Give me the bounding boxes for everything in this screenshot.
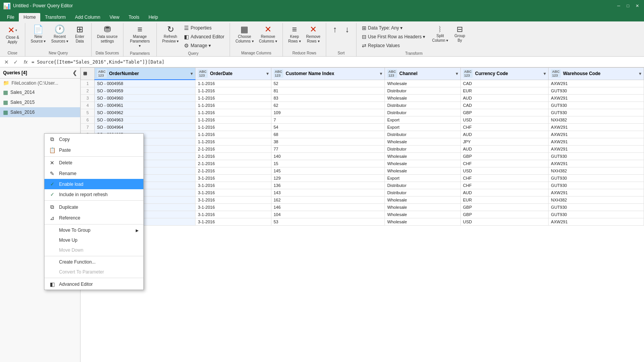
ctx-delete[interactable]: ✕ Delete xyxy=(44,157,143,168)
order-date-cell: 2-1-2016 xyxy=(196,160,271,167)
refresh-preview-button[interactable]: ↻ RefreshPreview ▾ xyxy=(160,24,181,45)
col-header-channel[interactable]: ABC123 Channel ▾ xyxy=(385,68,460,80)
ctx-rename[interactable]: ✎ Rename xyxy=(44,168,143,179)
table-row: 9 SO - 0004966 1-1-2016 38 Wholesale JPY… xyxy=(81,138,644,146)
ctx-create-function[interactable]: Create Function... xyxy=(44,257,143,267)
currency-code-filter[interactable]: ▾ xyxy=(544,71,546,76)
ctx-copy[interactable]: ⧉ Copy xyxy=(44,134,143,145)
ribbon-group-manage-columns-label: Manage Columns xyxy=(232,50,281,56)
keep-rows-button[interactable]: ≡ KeepRows ▾ xyxy=(286,24,303,45)
ctx-move-to-group[interactable]: Move To Group ▶ xyxy=(44,225,143,235)
col-header-order-date[interactable]: ABC123 OrderDate ▾ xyxy=(196,68,271,80)
ribbon: ✕ ▾ Close &Apply Close 📄 NewSource ▾ 🕐 R… xyxy=(0,21,644,57)
col-header-order-number[interactable]: ABC123 OrderNumber ▾ xyxy=(95,68,196,80)
query-item-sales-2016[interactable]: ▦ Sales_2016 xyxy=(0,107,80,117)
formula-input[interactable] xyxy=(31,59,642,65)
manage-parameters-button[interactable]: ≡ ManageParameters ▾ xyxy=(127,24,153,50)
main-area: Queries [4] ❮ 📁 FileLocation (C:\User...… xyxy=(0,67,644,362)
customer-name-index-cell: 15 xyxy=(271,160,385,167)
minimize-button[interactable]: ─ xyxy=(615,2,623,10)
remove-rows-button[interactable]: ✕ RemoveRows ▾ xyxy=(304,24,323,45)
order-date-th-content: ABC123 OrderDate ▾ xyxy=(198,69,268,78)
ribbon-tab-bar: File Home Transform Add Column View Tool… xyxy=(0,11,644,21)
data-source-settings-button[interactable]: ⛃ Data sourcesettings xyxy=(95,24,120,45)
warehouse-code-cell: GUT930 xyxy=(549,182,644,189)
ctx-duplicate[interactable]: ⧉ Duplicate xyxy=(44,201,143,213)
ctx-include-refresh[interactable]: ✓ Include in report refresh xyxy=(44,189,143,200)
formula-confirm-button[interactable]: ✓ xyxy=(12,58,20,66)
currency-code-cell: CAD xyxy=(460,80,549,87)
ctx-sep2 xyxy=(44,200,143,201)
ctx-move-up[interactable]: Move Up xyxy=(44,235,143,245)
order-date-filter[interactable]: ▾ xyxy=(266,71,269,76)
query-item-sales-2014[interactable]: ▦ Sales_2014 xyxy=(0,87,80,97)
tab-view[interactable]: View xyxy=(105,13,124,21)
ctx-enable-load[interactable]: ✓ Enable load xyxy=(44,179,143,189)
formula-cancel-button[interactable]: ✕ xyxy=(2,58,11,66)
replace-values-button[interactable]: ⇄ Replace Values xyxy=(360,41,427,50)
ribbon-group-query-items: ↻ RefreshPreview ▾ ☰ Properties ◧ Advanc… xyxy=(158,23,228,51)
channel-cell: Distributor xyxy=(385,146,460,153)
query-file-location-item[interactable]: 📁 FileLocation (C:\User... xyxy=(0,79,80,87)
enable-load-checkmark: ✓ xyxy=(49,181,55,187)
tab-file[interactable]: File xyxy=(2,13,19,21)
row-num-cell: 3 xyxy=(81,95,95,102)
new-source-button[interactable]: 📄 NewSource ▾ xyxy=(28,24,48,45)
tab-tools[interactable]: Tools xyxy=(124,13,144,21)
tab-help[interactable]: Help xyxy=(144,13,163,21)
tab-home[interactable]: Home xyxy=(19,13,40,21)
table-row: 6 SO - 0004963 1-1-2016 7 Export USD NXH… xyxy=(81,116,644,124)
customer-name-index-cell: 54 xyxy=(271,124,385,131)
query-item-sales-2015[interactable]: ▦ Sales_2015 xyxy=(0,97,80,107)
close-apply-button[interactable]: ✕ ▾ Close &Apply xyxy=(3,24,22,46)
tab-add-column[interactable]: Add Column xyxy=(71,13,105,21)
col-header-warehouse-code[interactable]: ABC123 Warehouse Code ▾ xyxy=(549,68,644,80)
properties-button[interactable]: ☰ Properties xyxy=(182,24,227,32)
channel-cell: Wholesale xyxy=(385,160,460,167)
new-source-label: NewSource ▾ xyxy=(31,34,46,44)
warehouse-code-cell: AXW291 xyxy=(549,138,644,146)
ctx-paste[interactable]: 📋 Paste xyxy=(44,145,143,156)
sales-2015-label: Sales_2015 xyxy=(10,100,34,105)
advanced-editor-ribbon-button[interactable]: ◧ Advanced Editor xyxy=(182,33,227,41)
channel-filter[interactable]: ▾ xyxy=(456,71,458,76)
ctx-advanced-editor[interactable]: ◧ Advanced Editor xyxy=(44,279,143,290)
split-column-button[interactable]: ⧘ SplitColumn ▾ xyxy=(430,24,450,44)
order-number-filter[interactable]: ▾ xyxy=(191,71,193,76)
first-row-header-button[interactable]: ⊟ Use First Row as Headers ▾ xyxy=(360,33,427,41)
remove-columns-button[interactable]: ✕ RemoveColumns ▾ xyxy=(257,24,279,45)
order-date-cell: 1-1-2016 xyxy=(196,102,271,109)
order-date-cell: 1-1-2016 xyxy=(196,138,271,146)
maximize-button[interactable]: □ xyxy=(624,2,632,10)
customer-name-index-cell: 83 xyxy=(271,95,385,102)
row-num-cell: 2 xyxy=(81,87,95,95)
data-type-button[interactable]: ⊞ Data Type: Any ▾ xyxy=(360,24,427,32)
customer-name-index-filter[interactable]: ▾ xyxy=(380,71,382,76)
col-header-rownum: ⊞ xyxy=(81,68,95,80)
table-row: 19 SO - 0004976 3-1-2016 104 Wholesale G… xyxy=(81,211,644,218)
sort-desc-button[interactable]: ↓ xyxy=(342,24,353,36)
data-source-settings-label: Data sourcesettings xyxy=(97,34,118,44)
tab-transform[interactable]: Transform xyxy=(40,13,70,21)
sort-asc-button[interactable]: ↑ xyxy=(329,24,341,36)
warehouse-code-filter[interactable]: ▾ xyxy=(639,71,641,76)
refresh-preview-icon: ↻ xyxy=(167,25,174,34)
recent-sources-icon: 🕐 xyxy=(54,25,65,34)
choose-columns-button[interactable]: ▦ ChooseColumns ▾ xyxy=(233,24,256,45)
col-header-currency-code[interactable]: ABC123 Currency Code ▾ xyxy=(460,68,549,80)
manage-parameters-label: ManageParameters ▾ xyxy=(129,34,151,48)
ribbon-group-parameters-label: Parameters xyxy=(125,51,155,57)
ctx-reference[interactable]: ⊿ Reference xyxy=(44,213,143,223)
group-by-button[interactable]: ⊟ GroupBy xyxy=(451,24,468,44)
enter-data-button[interactable]: ⊞ EnterData xyxy=(71,24,88,45)
data-type-icon: ⊞ xyxy=(362,25,366,31)
order-date-cell: 1-1-2016 xyxy=(196,109,271,116)
ctx-enable-load-label: Enable load xyxy=(59,182,83,187)
row-num-cell: 5 xyxy=(81,109,95,116)
recent-sources-button[interactable]: 🕐 RecentSources ▾ xyxy=(49,24,70,45)
close-window-button[interactable]: ✕ xyxy=(633,2,641,10)
col-header-customer-name-index[interactable]: ABC123 Customer Name Index ▾ xyxy=(271,68,385,80)
queries-collapse-button[interactable]: ❮ xyxy=(72,70,77,76)
ribbon-group-close-items: ✕ ▾ Close &Apply xyxy=(2,23,23,50)
manage-button[interactable]: ⚙ Manage ▾ xyxy=(182,41,227,50)
